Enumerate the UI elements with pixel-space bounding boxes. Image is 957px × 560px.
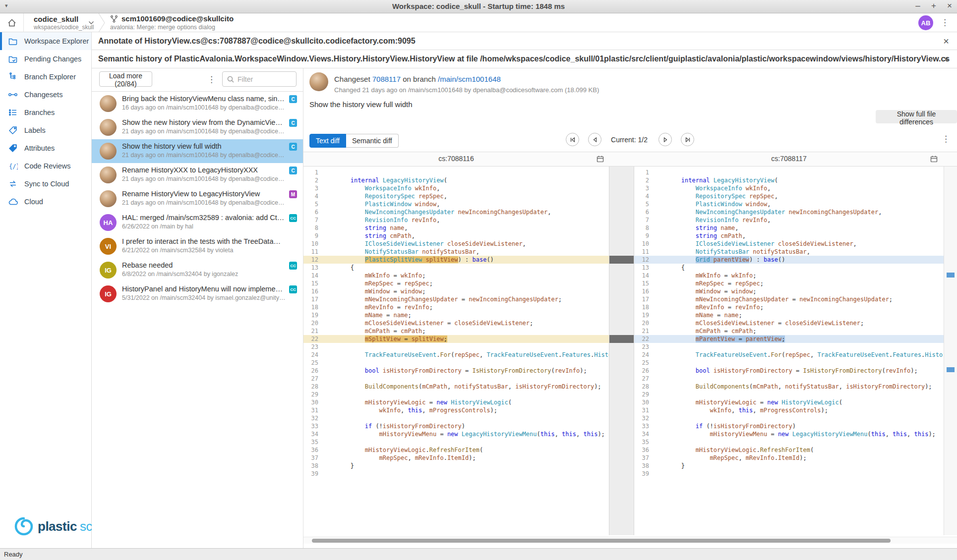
tab-semantic-diff[interactable]: Semantic diff bbox=[346, 134, 399, 148]
code-line[interactable]: 14 mWkInfo = wkInfo; bbox=[634, 272, 944, 280]
workspace-selector[interactable]: codice_skull wkspaces/codice_skull bbox=[24, 13, 97, 32]
sidebar-item-changesets[interactable]: Changesets bbox=[0, 86, 91, 104]
code-line[interactable]: 4 RepositorySpec repSpec, bbox=[634, 192, 944, 200]
code-line[interactable]: 22 mParentView = parentView; bbox=[634, 335, 944, 343]
code-line[interactable]: 16 mWindow = window; bbox=[634, 287, 944, 295]
code-line[interactable]: 26 bool isHistoryFromDirectory = IsHisto… bbox=[303, 367, 609, 375]
close-icon[interactable]: × bbox=[943, 54, 949, 65]
calendar-icon[interactable] bbox=[930, 155, 938, 163]
first-diff-button[interactable] bbox=[566, 133, 579, 146]
code-line[interactable]: 16 mWindow = window; bbox=[303, 287, 609, 295]
changeset-list-item[interactable]: Rename HistoryView to LegacyHistoryView2… bbox=[92, 187, 303, 211]
code-line[interactable]: 1 bbox=[303, 168, 609, 176]
code-line[interactable]: 17 mNewIncomingChangesUpdater = newIncom… bbox=[303, 295, 609, 303]
sidebar-item-attributes[interactable]: Attributes bbox=[0, 139, 91, 157]
code-line[interactable]: 23 bbox=[634, 343, 944, 351]
code-line[interactable]: 38 } bbox=[634, 462, 944, 470]
ruler-change-mark[interactable] bbox=[947, 367, 955, 372]
code-line[interactable]: 29 bbox=[303, 391, 609, 398]
code-line[interactable]: 7 RevisionInfo revInfo, bbox=[303, 216, 609, 224]
changeset-list-item[interactable]: VII prefer to interact in the tests with… bbox=[92, 234, 303, 258]
code-line[interactable]: 31 wkInfo, this, mProgressControls); bbox=[634, 406, 944, 414]
code-line[interactable]: 30 mHistoryViewLogic = new HistoryViewLo… bbox=[634, 398, 944, 406]
changeset-list-item[interactable]: Bring back the HistoryViewMenu class nam… bbox=[92, 92, 303, 115]
code-line[interactable]: 27 bbox=[303, 375, 609, 383]
code-line[interactable]: 34 mHistoryViewMenu = new LegacyHistoryV… bbox=[634, 430, 944, 438]
code-line[interactable]: 21 mCmPath = cmPath; bbox=[634, 327, 944, 335]
code-line[interactable]: 23 bbox=[303, 343, 609, 351]
code-line[interactable]: 24 TrackFeatureUseEvent.For(repSpec, Tra… bbox=[634, 351, 944, 359]
code-line[interactable]: 38 } bbox=[303, 462, 609, 470]
code-line[interactable]: 17 mNewIncomingChangesUpdater = newIncom… bbox=[634, 295, 944, 303]
changeset-list-item[interactable]: IGHistoryPanel and HistoryMenu will now … bbox=[92, 282, 303, 306]
load-more-button[interactable]: Load more (20/84) bbox=[99, 71, 152, 87]
header-menu-icon[interactable]: ⋮ bbox=[941, 18, 949, 27]
sidebar-item-sync-to-cloud[interactable]: Sync to Cloud bbox=[0, 175, 91, 193]
code-line[interactable]: 35 bbox=[303, 438, 609, 446]
code-line[interactable]: 9 string cmPath, bbox=[634, 232, 944, 240]
user-avatar[interactable]: AB bbox=[918, 15, 933, 30]
code-line[interactable]: 8 string name, bbox=[634, 224, 944, 232]
code-line[interactable]: 36 mHistoryViewLogic.RefreshForItem( bbox=[634, 446, 944, 454]
code-line[interactable]: 10 ICloseSideViewListener closeSideViewL… bbox=[303, 240, 609, 248]
sidebar-item-workspace-explorer[interactable]: Workspace Explorer bbox=[0, 32, 91, 50]
code-line[interactable]: 32 bbox=[303, 414, 609, 422]
code-line[interactable]: 18 mRevInfo = revInfo; bbox=[303, 303, 609, 311]
horizontal-scrollbar[interactable] bbox=[303, 537, 957, 544]
code-line[interactable]: 32 bbox=[634, 414, 944, 422]
code-line[interactable]: 13 { bbox=[634, 264, 944, 272]
code-line[interactable]: 29 bbox=[634, 391, 944, 398]
code-line[interactable]: 37 mRepSpec, mRevInfo.ItemId); bbox=[303, 454, 609, 462]
code-line[interactable]: 20 mCloseSideViewListener = closeSideVie… bbox=[634, 319, 944, 327]
code-line[interactable]: 30 mHistoryViewLogic = new HistoryViewLo… bbox=[303, 398, 609, 406]
code-line[interactable]: 2 internal LegacyHistoryView( bbox=[634, 176, 944, 184]
filter-input[interactable] bbox=[238, 75, 287, 83]
code-line[interactable]: 33 if (!isHistoryFromDirectory) bbox=[303, 422, 609, 430]
code-line[interactable]: 31 wkInfo, this, mProgressControls); bbox=[303, 406, 609, 414]
code-line[interactable]: 3 WorkspaceInfo wkInfo, bbox=[303, 184, 609, 192]
code-line[interactable]: 1 bbox=[634, 168, 944, 176]
code-line[interactable]: 5 PlasticWindow window, bbox=[634, 200, 944, 208]
code-line[interactable]: 37 mRepSpec, mRevInfo.ItemId); bbox=[634, 454, 944, 462]
home-button[interactable] bbox=[0, 13, 24, 32]
code-line[interactable]: 39 bbox=[634, 470, 944, 478]
code-line[interactable]: 11 NotifyStatusBar notifyStatusBar, bbox=[634, 248, 944, 256]
maximize-button[interactable]: + bbox=[929, 1, 938, 11]
left-code-pane[interactable]: 12 internal LegacyHistoryView(3 Workspac… bbox=[303, 167, 609, 535]
sidebar-item-branches[interactable]: Branches bbox=[0, 104, 91, 121]
code-line[interactable]: 21 mCmPath = cmPath; bbox=[303, 327, 609, 335]
code-line[interactable]: 3 WorkspaceInfo wkInfo, bbox=[634, 184, 944, 192]
code-line[interactable]: 12 PlasticSplitView splitView) : base() bbox=[303, 256, 609, 264]
code-line[interactable]: 12 Grid parentView) : base() bbox=[634, 256, 944, 264]
list-options-icon[interactable]: ⋮ bbox=[207, 75, 216, 84]
scrollbar-thumb[interactable] bbox=[312, 539, 891, 543]
code-line[interactable]: 15 mRepSpec = repSpec; bbox=[634, 280, 944, 287]
sidebar-item-pending-changes[interactable]: Pending Changes bbox=[0, 50, 91, 68]
code-line[interactable]: 34 mHistoryViewMenu = new LegacyHistoryV… bbox=[303, 430, 609, 438]
code-line[interactable]: 4 RepositorySpec repSpec, bbox=[303, 192, 609, 200]
code-line[interactable]: 28 BuildComponents(mCmPath, notifyStatus… bbox=[634, 383, 944, 391]
code-line[interactable]: 35 bbox=[634, 438, 944, 446]
previous-diff-button[interactable] bbox=[588, 133, 601, 146]
code-line[interactable]: 19 mName = name; bbox=[634, 311, 944, 319]
sidebar-item-branch-explorer[interactable]: Branch Explorer bbox=[0, 68, 91, 86]
changeset-list-item[interactable]: Rename HistoryXXX to LegacyHistoryXXX21 … bbox=[92, 163, 303, 187]
code-line[interactable]: 36 mHistoryViewLogic.RefreshForItem( bbox=[303, 446, 609, 454]
code-line[interactable]: 25 bbox=[634, 359, 944, 367]
close-window-button[interactable]: × bbox=[945, 1, 954, 11]
code-line[interactable]: 26 bool isHistoryFromDirectory = IsHisto… bbox=[634, 367, 944, 375]
code-line[interactable]: 24 TrackFeatureUseEvent.For(repSpec, Tra… bbox=[303, 351, 609, 359]
code-line[interactable]: 19 mName = name; bbox=[303, 311, 609, 319]
sidebar-item-code-reviews[interactable]: {/}Code Reviews bbox=[0, 157, 91, 175]
code-line[interactable]: 28 BuildComponents(mCmPath, notifyStatus… bbox=[303, 383, 609, 391]
code-line[interactable]: 15 mRepSpec = repSpec; bbox=[303, 280, 609, 287]
sidebar-item-labels[interactable]: Labels bbox=[0, 121, 91, 139]
show-full-file-differences-button[interactable]: Show full file differences bbox=[876, 110, 957, 123]
code-line[interactable]: 11 NotifyStatusBar notifyStatusBar, bbox=[303, 248, 609, 256]
changeset-list-item[interactable]: HAHAL: merged /main/scm32589 : avalonia:… bbox=[92, 211, 303, 234]
code-line[interactable]: 39 bbox=[303, 470, 609, 478]
right-code-pane[interactable]: 12 internal LegacyHistoryView(3 Workspac… bbox=[634, 167, 944, 535]
diff-overview-ruler[interactable] bbox=[944, 167, 957, 535]
last-diff-button[interactable] bbox=[681, 133, 694, 146]
code-line[interactable]: 9 string cmPath, bbox=[303, 232, 609, 240]
